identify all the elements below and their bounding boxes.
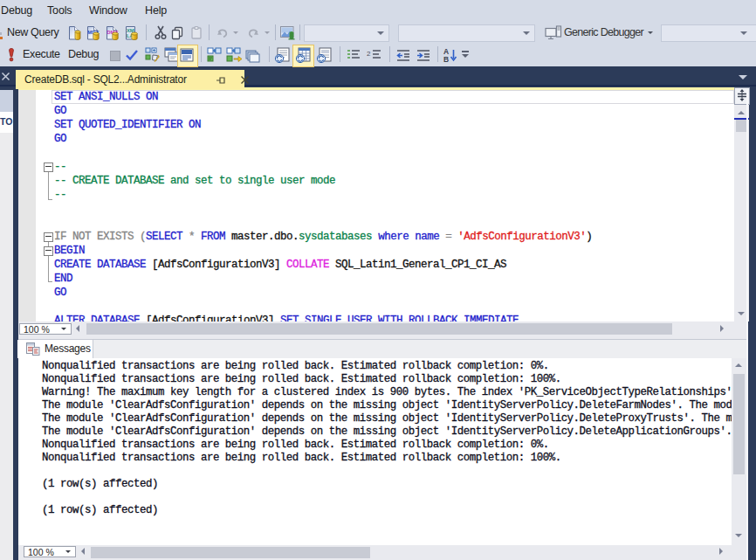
svg-text:B: B: [443, 55, 449, 63]
svg-text:2: 2: [367, 50, 371, 58]
